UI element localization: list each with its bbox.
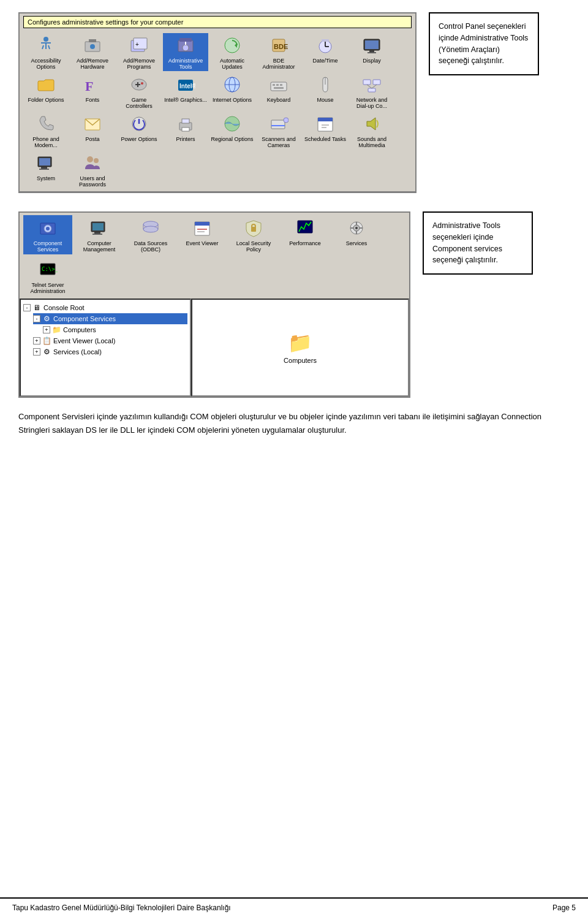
add-progs-icon: + xyxy=(128,34,150,56)
svg-rect-33 xyxy=(271,82,287,91)
icon-label: Intel® Graphics... xyxy=(164,97,207,103)
computer-mgmt-icon xyxy=(88,217,110,239)
svg-rect-40 xyxy=(373,80,380,85)
icon-users[interactable]: Users and Passwords xyxy=(70,151,115,189)
icon-label: Computer Management xyxy=(76,240,123,253)
printers-icon xyxy=(175,113,197,135)
right-panel: 📁 Computers xyxy=(191,299,409,397)
svg-rect-51 xyxy=(271,125,285,126)
admin-icon-event[interactable]: Event Viewer xyxy=(178,215,227,254)
console-icon: 🖥 xyxy=(32,303,42,313)
icon-accessibility[interactable]: Accessibility Options xyxy=(23,33,69,71)
large-folder-icon: 📁 xyxy=(288,331,312,354)
tree-label: Console Root xyxy=(43,304,85,311)
admin-icon-odbc[interactable]: Data Sources (ODBC) xyxy=(126,215,175,254)
expand-icon[interactable]: + xyxy=(33,348,40,356)
icon-label: Scheduled Tasks xyxy=(304,136,346,142)
admin-icon-telnet[interactable]: C:\>_ Telnet Server Administration xyxy=(23,257,72,296)
posta-icon xyxy=(81,113,104,135)
icon-label: Add/Remove Hardware xyxy=(71,58,114,70)
admin-icon-performance[interactable]: Performance xyxy=(281,215,330,254)
icon-mouse[interactable]: Mouse xyxy=(303,72,348,110)
icon-label: System xyxy=(37,175,55,181)
icon-keyboard[interactable]: Keyboard xyxy=(256,72,301,110)
icon-fonts[interactable]: F Fonts xyxy=(70,72,115,110)
admin-icon-security[interactable]: Local Security Policy xyxy=(229,215,278,254)
event-viewer-icon xyxy=(191,217,213,239)
admin-icon-component[interactable]: Component Services xyxy=(23,215,72,254)
right-panel-label: Computers xyxy=(284,357,317,364)
icon-power[interactable]: Power Options xyxy=(116,112,162,150)
expand-icon[interactable]: - xyxy=(23,304,31,311)
icon-label: Event Viewer xyxy=(186,240,219,246)
icon-datetime[interactable]: Date/Time xyxy=(303,33,348,71)
icon-add-hw[interactable]: Add/Remove Hardware xyxy=(70,33,115,71)
icon-label: Display xyxy=(363,58,381,64)
svg-line-43 xyxy=(372,85,377,88)
icon-label: Phone and Modem... xyxy=(24,136,67,148)
icon-system[interactable]: System xyxy=(23,151,69,189)
icon-scanners[interactable]: Scanners and Cameras xyxy=(256,112,301,150)
svg-rect-8 xyxy=(179,38,192,42)
users-icon xyxy=(81,152,104,174)
control-panel-screenshot: Configures administrative settings for y… xyxy=(18,12,417,193)
icon-network[interactable]: Network and Dial-up Co... xyxy=(349,72,394,110)
footer: Tapu Kadastro Genel Müdürlüğü-Bilgi Tekn… xyxy=(0,897,588,917)
icon-sounds[interactable]: Sounds and Multimedia xyxy=(349,112,394,150)
icon-scheduled[interactable]: Scheduled Tasks xyxy=(303,112,348,150)
tree-item-services[interactable]: + ⚙ Services (Local) xyxy=(33,346,187,357)
icon-game[interactable]: Game Controllers xyxy=(116,72,162,110)
svg-rect-20 xyxy=(365,40,379,49)
admin-tools-icon xyxy=(175,34,197,56)
icon-auto-updates[interactable]: Automatic Updates xyxy=(209,33,255,71)
icon-regional[interactable]: Regional Options xyxy=(209,112,255,150)
tree-item-computers[interactable]: + 📁 Computers xyxy=(43,324,187,335)
icon-intel[interactable]: Intel® Intel® Graphics... xyxy=(163,72,208,110)
svg-rect-2 xyxy=(89,39,96,42)
tree-item-component[interactable]: - ⚙ Component Services xyxy=(33,313,187,324)
icon-label: Sounds and Multimedia xyxy=(350,136,393,148)
svg-point-27 xyxy=(141,82,143,85)
icon-label: Date/Time xyxy=(312,58,337,64)
icon-internet[interactable]: Internet Options xyxy=(209,72,255,110)
svg-rect-69 xyxy=(92,234,102,235)
icon-label: Regional Options xyxy=(211,136,253,142)
svg-rect-39 xyxy=(363,80,371,85)
footer-left: Tapu Kadastro Genel Müdürlüğü-Bilgi Tekn… xyxy=(12,904,231,912)
admin-icon-mgmt[interactable]: Computer Management xyxy=(75,215,124,254)
icon-label: Automatic Updates xyxy=(211,58,254,70)
tree-panel: - 🖥 Console Root - ⚙ Component Services … xyxy=(20,299,191,397)
icon-posta[interactable]: Posta xyxy=(70,112,115,150)
expand-icon[interactable]: + xyxy=(33,337,40,344)
paragraph: Component Servisleri içinde yazılımın ku… xyxy=(18,410,570,437)
icon-bde[interactable]: BDE BDE Administrator xyxy=(256,33,301,71)
icon-add-progs[interactable]: + Add/Remove Programs xyxy=(116,33,162,71)
folder-opts-icon xyxy=(35,74,57,96)
icon-printers[interactable]: Printers xyxy=(163,112,208,150)
svg-rect-48 xyxy=(182,127,189,131)
icon-label: Component Services xyxy=(24,240,71,253)
bde-icon: BDE xyxy=(268,34,290,56)
svg-point-65 xyxy=(46,227,50,230)
odbc-icon xyxy=(140,217,162,239)
icon-folder-opts[interactable]: Folder Options xyxy=(23,72,69,110)
svg-point-52 xyxy=(284,118,288,123)
power-icon xyxy=(128,113,150,135)
svg-rect-75 xyxy=(195,222,209,226)
expand-icon[interactable]: - xyxy=(33,315,40,322)
admin-icon-services[interactable]: Services xyxy=(332,215,381,254)
svg-rect-47 xyxy=(182,119,189,123)
svg-rect-41 xyxy=(368,88,375,92)
internet-icon xyxy=(221,74,243,96)
footer-right: Page 5 xyxy=(552,904,576,912)
icon-label: Telnet Server Administration xyxy=(24,282,71,294)
network-icon xyxy=(361,74,383,96)
icon-display[interactable]: Display xyxy=(349,33,394,71)
icon-phone[interactable]: Phone and Modem... xyxy=(23,112,69,150)
expand-icon[interactable]: + xyxy=(43,326,50,333)
tree-item-eventviewer[interactable]: + 📋 Event Viewer (Local) xyxy=(33,335,187,346)
icon-admin-tools[interactable]: Administrative Tools xyxy=(163,33,208,71)
section-2: Component Services Computer Management D… xyxy=(18,211,570,398)
svg-point-71 xyxy=(143,226,158,232)
fonts-icon: F xyxy=(81,74,104,96)
